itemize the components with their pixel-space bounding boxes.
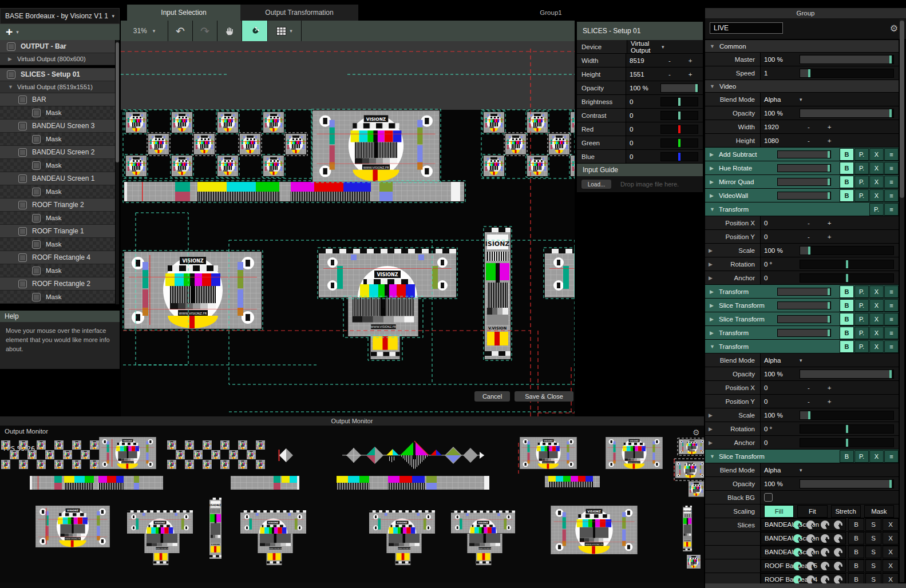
bypass-button[interactable]: B [840, 285, 854, 298]
mini-testcard[interactable] [90, 460, 99, 469]
slider-thumb[interactable] [678, 112, 681, 120]
checkbox[interactable] [18, 280, 27, 288]
menu-button[interactable]: ≡ [884, 340, 899, 353]
tree-mask-mask[interactable]: Mask [0, 264, 115, 277]
tab-input-selection[interactable]: Input Selection [127, 5, 240, 21]
checkbox[interactable] [7, 70, 15, 79]
tree-item-bar[interactable]: BAR [0, 93, 115, 106]
param-green[interactable]: Green0 [577, 136, 703, 150]
effect-hue-rotate[interactable]: ▶Hue RotateBP.X≡ [705, 161, 899, 175]
mini-testcard[interactable] [27, 450, 37, 459]
remove-button[interactable]: X [883, 518, 899, 531]
effect-transform[interactable]: ▶TransformBP.X≡ [705, 285, 899, 299]
chevron-down-icon[interactable]: ▼ [710, 454, 715, 459]
checkbox[interactable] [18, 253, 27, 262]
chevron-right-icon[interactable]: ▶ [710, 165, 715, 171]
chevron-right-icon[interactable]: ▶ [709, 248, 713, 253]
project-selector[interactable]: BASE Bordeaux - by Visionz V1 1 ▾ [0, 8, 120, 24]
slider-thumb[interactable] [828, 178, 830, 185]
mini-testcard[interactable] [263, 112, 284, 133]
mini-testcard[interactable] [126, 156, 147, 176]
bypass-button[interactable]: B [848, 559, 864, 572]
plus-button[interactable]: + [681, 57, 699, 64]
scrollbar-thumb[interactable] [900, 21, 904, 198]
param-position-y[interactable]: Position Y0-+ [705, 395, 899, 408]
bypass-button[interactable]: B [840, 340, 854, 353]
bypass-button[interactable]: B [840, 189, 854, 202]
rotate-icon[interactable] [821, 521, 829, 529]
effect-slice-transform[interactable]: ▼Slice TransformBP.X≡ [705, 450, 899, 463]
chevron-down-icon[interactable]: ▾ [112, 13, 114, 19]
mini-testcard[interactable] [72, 460, 81, 469]
mini-testcard[interactable] [185, 440, 194, 450]
tree-mask-mask[interactable]: Mask [0, 185, 115, 198]
chevron-right-icon[interactable]: ▶ [8, 56, 15, 62]
slider-thumb[interactable] [678, 153, 681, 161]
mini-testcard[interactable] [238, 440, 247, 450]
slider-thumb[interactable] [889, 370, 892, 378]
remove-button[interactable]: X [869, 148, 884, 161]
mini-testcard[interactable] [172, 156, 192, 176]
slice-name-cell[interactable]: BANDEAU Screen 2 [761, 532, 846, 545]
param-speed[interactable]: Speed1 [705, 66, 899, 80]
testcard-yellow[interactable] [371, 336, 400, 359]
rotate-icon[interactable] [821, 534, 829, 543]
params-button[interactable]: P. [854, 327, 869, 339]
checkbox[interactable] [7, 42, 15, 51]
mini-testcard[interactable] [484, 156, 504, 176]
slice-roof-bandeau-5[interactable]: ROOF Bandeau 5BSX [705, 559, 899, 573]
mini-testcard[interactable] [203, 460, 212, 469]
effect-slice-transform[interactable]: ▶Slice TransformBP.X≡ [705, 299, 899, 312]
tree-mask-mask[interactable]: Mask [0, 212, 115, 225]
remove-button[interactable]: X [883, 559, 899, 572]
effect-slider[interactable] [777, 315, 831, 323]
param-red[interactable]: Red0 [577, 122, 703, 136]
mini-testcard[interactable] [220, 440, 230, 450]
menu-button[interactable]: ≡ [884, 148, 899, 161]
remove-button[interactable]: X [869, 340, 884, 353]
chevron-right-icon[interactable]: ▶ [709, 440, 713, 446]
bypass-button[interactable]: B [840, 327, 854, 339]
checkbox[interactable] [18, 201, 27, 209]
mini-testcard[interactable] [484, 112, 504, 133]
effect-slider[interactable] [777, 150, 831, 158]
menu-button[interactable]: ≡ [884, 450, 899, 463]
mini-testcard[interactable] [1, 460, 10, 469]
tree-item-roof-rectangle-4[interactable]: ROOF Rectangle 4 [0, 251, 115, 264]
mini-testcard[interactable] [176, 450, 185, 459]
effect-slice-transform[interactable]: ▶Slice TransformBP.X≡ [705, 312, 899, 326]
slider-thumb[interactable] [808, 411, 810, 419]
checkbox[interactable] [18, 122, 27, 130]
bypass-button[interactable]: B [840, 450, 854, 463]
params-button[interactable]: P. [854, 189, 869, 202]
tree-mask-mask[interactable]: Mask [0, 106, 115, 120]
rotate-icon[interactable] [806, 562, 815, 570]
params-button[interactable]: P. [854, 285, 869, 298]
mini-testcard[interactable] [167, 460, 176, 469]
menu-button[interactable]: ≡ [884, 162, 899, 174]
menu-button[interactable]: ≡ [884, 327, 899, 339]
zoom-level-select[interactable]: 31% ▾ [121, 21, 168, 41]
rotate-icon[interactable] [793, 521, 802, 529]
solo-button[interactable]: S [865, 559, 881, 572]
mini-testcard[interactable] [54, 460, 64, 469]
param-blend-mode[interactable]: Blend ModeAlpha▾ [705, 353, 899, 367]
mini-testcard[interactable] [19, 440, 28, 450]
solo-button[interactable]: S [865, 518, 881, 531]
mini-testcard[interactable] [211, 450, 220, 459]
chevron-down-icon[interactable]: ▼ [8, 84, 15, 90]
param-anchor[interactable]: ▶Anchor0 [705, 271, 899, 285]
param-height[interactable]: Height1551-+ [577, 67, 703, 81]
slider-thumb[interactable] [889, 480, 892, 488]
rotate-icon[interactable] [793, 548, 802, 557]
slider-track[interactable] [800, 438, 894, 447]
remove-button[interactable]: X [869, 285, 884, 298]
chevron-right-icon[interactable]: ▶ [710, 152, 715, 157]
mini-testcard[interactable] [45, 450, 54, 459]
slider-thumb[interactable] [695, 84, 698, 92]
mini-testcard[interactable] [229, 450, 238, 459]
chevron-right-icon[interactable]: ▶ [709, 275, 713, 281]
plus-button[interactable]: + [820, 384, 838, 391]
bypass-button[interactable]: B [840, 299, 854, 312]
snap-tool-button[interactable] [242, 21, 268, 41]
